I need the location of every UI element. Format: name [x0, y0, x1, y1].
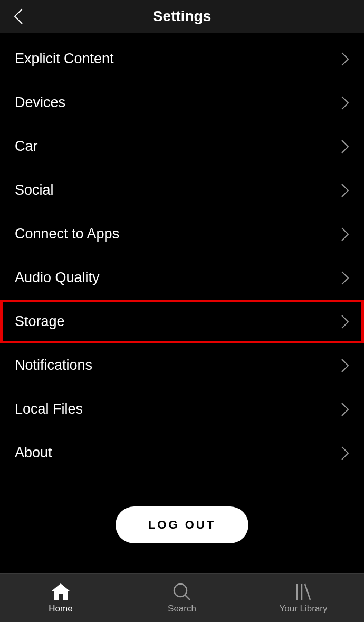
- settings-item-label: Local Files: [15, 401, 83, 417]
- settings-item-label: Explicit Content: [15, 51, 114, 67]
- chevron-right-icon: [341, 402, 349, 417]
- settings-item-label: Storage: [15, 313, 65, 330]
- bottom-nav: HomeSearchYour Library: [0, 573, 364, 622]
- settings-item-connect-to-apps[interactable]: Connect to Apps: [0, 212, 364, 256]
- chevron-left-icon: [14, 8, 23, 25]
- settings-item-car[interactable]: Car: [0, 125, 364, 168]
- svg-point-0: [174, 584, 187, 597]
- settings-item-label: About: [15, 445, 52, 461]
- chevron-right-icon: [341, 446, 349, 461]
- chevron-right-icon: [341, 183, 349, 198]
- chevron-right-icon: [341, 271, 349, 285]
- settings-item-audio-quality[interactable]: Audio Quality: [0, 256, 364, 300]
- settings-item-notifications[interactable]: Notifications: [0, 343, 364, 387]
- chevron-right-icon: [341, 95, 349, 110]
- home-icon: [52, 582, 70, 601]
- settings-item-explicit-content[interactable]: Explicit Content: [0, 37, 364, 81]
- settings-item-label: Connect to Apps: [15, 226, 119, 242]
- logout-button[interactable]: LOG OUT: [116, 506, 248, 543]
- page-title: Settings: [153, 8, 211, 25]
- chevron-right-icon: [341, 227, 349, 242]
- logout-container: LOG OUT: [0, 475, 364, 564]
- settings-item-label: Audio Quality: [15, 270, 100, 286]
- settings-item-about[interactable]: About: [0, 431, 364, 475]
- nav-item-label: Your Library: [279, 604, 327, 614]
- svg-line-1: [185, 595, 190, 600]
- settings-item-label: Devices: [15, 94, 65, 111]
- settings-item-devices[interactable]: Devices: [0, 81, 364, 125]
- search-icon: [173, 582, 191, 601]
- chevron-right-icon: [341, 314, 349, 329]
- header: Settings: [0, 0, 364, 33]
- nav-item-search[interactable]: Search: [121, 582, 243, 614]
- settings-list: Explicit ContentDevicesCarSocialConnect …: [0, 33, 364, 573]
- chevron-right-icon: [341, 139, 349, 154]
- library-icon: [295, 582, 311, 601]
- settings-item-local-files[interactable]: Local Files: [0, 387, 364, 431]
- nav-item-label: Home: [49, 604, 72, 614]
- chevron-right-icon: [341, 52, 349, 66]
- svg-line-4: [305, 584, 310, 600]
- settings-item-social[interactable]: Social: [0, 168, 364, 212]
- nav-item-home[interactable]: Home: [0, 582, 121, 614]
- chevron-right-icon: [341, 358, 349, 373]
- nav-item-library[interactable]: Your Library: [243, 582, 364, 614]
- back-button[interactable]: [11, 6, 26, 27]
- settings-item-label: Notifications: [15, 357, 92, 374]
- settings-item-label: Social: [15, 182, 54, 198]
- settings-item-storage[interactable]: Storage: [0, 300, 364, 343]
- settings-item-label: Car: [15, 138, 38, 155]
- nav-item-label: Search: [168, 604, 196, 614]
